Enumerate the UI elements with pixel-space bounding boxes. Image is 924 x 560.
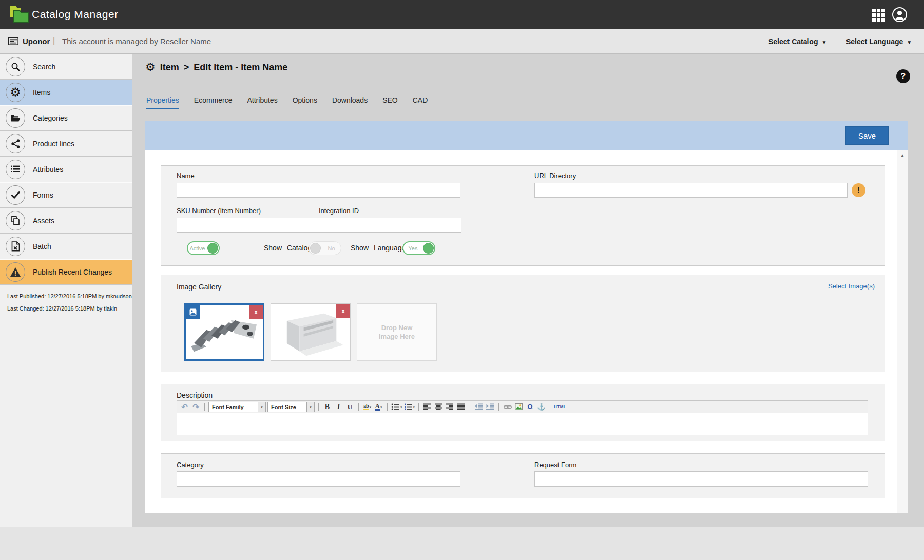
app-header: Catalog Manager (0, 0, 924, 29)
sidebar: Search ⚙ Items Categories (0, 54, 132, 527)
toolbar-divider (498, 403, 499, 411)
underline-button[interactable]: U (345, 402, 355, 412)
active-toggle[interactable]: Active (187, 241, 220, 255)
italic-button[interactable]: I (334, 402, 343, 412)
align-right-button[interactable] (445, 402, 455, 412)
special-character-button[interactable]: Ω (525, 402, 535, 412)
account-separator: | (53, 36, 55, 46)
description-label: Description (177, 391, 213, 399)
toggle-knob (423, 243, 434, 254)
integration-id-label: Integration ID (319, 207, 359, 215)
anchor-button[interactable]: ⚓ (536, 402, 546, 412)
tab-ecommerce[interactable]: Ecommerce (194, 96, 233, 109)
outdent-button[interactable] (474, 402, 484, 412)
sidebar-item-batch[interactable]: Batch (0, 234, 132, 259)
html-source-button[interactable]: HTML (554, 402, 566, 412)
sidebar-item-items[interactable]: ⚙ Items (0, 80, 132, 105)
breadcrumb-separator: > (184, 62, 189, 73)
select-catalog-dropdown[interactable]: Select Catalog▼ (768, 37, 826, 46)
toggle-knob (207, 243, 218, 254)
scroll-up-arrow-icon[interactable]: ▲ (897, 150, 908, 160)
justify-button[interactable] (456, 402, 466, 412)
vertical-scrollbar[interactable]: ▲ (897, 150, 908, 513)
link-icon (504, 404, 512, 410)
sidebar-item-publish-recent-changes[interactable]: Publish Recent Changes (0, 259, 132, 285)
request-form-input[interactable] (534, 471, 868, 487)
show-catalog-label: Show Catalog (264, 244, 312, 252)
redo-icon[interactable]: ↷ (191, 402, 201, 412)
sku-label: SKU Number (Item Number) (177, 207, 261, 215)
drop-zone-text: Drop New Image Here (373, 323, 421, 341)
font-color-button[interactable]: A▾ (374, 402, 383, 412)
help-button[interactable]: ? (896, 69, 910, 83)
toolbar-divider (550, 403, 550, 411)
sidebar-item-product-lines[interactable]: Product lines (0, 131, 132, 157)
toolbar-divider (387, 403, 388, 411)
select-language-dropdown[interactable]: Select Language▼ (846, 37, 912, 46)
editor-toolbar: ↶ ↷ Font Family ▾ Font Size ▾ B I U (177, 400, 868, 413)
last-changed-text: Last Changed: 12/27/2016 5:18PM by tlaki… (7, 305, 132, 312)
rich-text-editor: ↶ ↷ Font Family ▾ Font Size ▾ B I U (177, 400, 868, 435)
insert-image-button[interactable] (514, 402, 524, 412)
gallery-image-2[interactable]: x (271, 303, 351, 361)
sidebar-item-search[interactable]: Search (0, 54, 132, 80)
page-title: Edit Item - Item Name (194, 62, 287, 73)
numbered-list-button[interactable]: ▾ (404, 402, 415, 412)
account-managed-note: This account is managed by Reseller Name (62, 37, 211, 46)
indent-button[interactable] (485, 402, 495, 412)
show-catalog-toggle[interactable]: No (309, 241, 341, 255)
align-left-button[interactable] (422, 402, 432, 412)
sku-input[interactable] (177, 218, 319, 233)
url-alert-icon[interactable]: ! (852, 183, 865, 197)
gallery-image-1[interactable]: x (184, 303, 264, 361)
user-avatar-icon[interactable] (892, 7, 908, 23)
tab-options[interactable]: Options (293, 96, 317, 109)
chevron-down-icon: ▾ (413, 405, 415, 409)
sidebar-item-forms[interactable]: Forms (0, 182, 132, 208)
url-directory-input[interactable] (534, 183, 848, 198)
gear-icon: ⚙ (145, 62, 156, 73)
chevron-down-icon: ▾ (400, 405, 402, 409)
undo-icon[interactable]: ↶ (180, 402, 189, 412)
toolbar-divider (418, 403, 419, 411)
integration-id-input[interactable] (319, 218, 461, 233)
chevron-down-icon: ▼ (821, 40, 826, 45)
app-title: Catalog Manager (32, 8, 119, 21)
description-editor-body[interactable] (177, 413, 868, 435)
tab-attributes[interactable]: Attributes (247, 96, 278, 109)
breadcrumb-section[interactable]: Item (160, 62, 179, 73)
show-language-toggle[interactable]: Yes (402, 241, 435, 255)
tab-seo[interactable]: SEO (382, 96, 398, 109)
chevron-down-icon: ▾ (370, 405, 372, 409)
highlight-color-button[interactable]: ab▾ (362, 402, 372, 412)
name-label: Name (177, 172, 195, 180)
name-input[interactable] (177, 183, 460, 198)
indent-icon (486, 403, 494, 410)
chevron-down-icon: ▾ (306, 402, 314, 412)
font-family-select[interactable]: Font Family ▾ (208, 402, 266, 412)
category-input[interactable] (177, 471, 460, 487)
app-grid-icon[interactable] (872, 8, 885, 22)
save-button[interactable]: Save (845, 126, 889, 145)
tab-downloads[interactable]: Downloads (332, 96, 368, 109)
category-panel: Category Request Form (161, 453, 886, 498)
drop-new-image-zone[interactable]: Drop New Image Here (357, 303, 437, 361)
warning-icon (6, 262, 25, 282)
bullet-list-button[interactable]: ▾ (391, 402, 402, 412)
bullet-list-icon (391, 403, 400, 410)
align-center-button[interactable] (434, 402, 444, 412)
select-images-link[interactable]: Select Image(s) (828, 282, 875, 290)
font-size-select[interactable]: Font Size ▾ (267, 402, 315, 412)
tab-properties[interactable]: Properties (146, 96, 179, 109)
show-language-label: Show Language (351, 244, 406, 252)
bold-button[interactable]: B (322, 402, 332, 412)
batch-document-icon (6, 237, 25, 256)
sidebar-item-attributes[interactable]: Attributes (0, 157, 132, 182)
align-center-icon (435, 403, 442, 410)
sidebar-item-assets[interactable]: Assets (0, 208, 132, 234)
tab-cad[interactable]: CAD (413, 96, 428, 109)
remove-image-button[interactable]: x (249, 305, 263, 319)
insert-link-button[interactable] (503, 402, 512, 412)
sidebar-item-categories[interactable]: Categories (0, 105, 132, 131)
remove-image-button[interactable]: x (336, 304, 350, 318)
